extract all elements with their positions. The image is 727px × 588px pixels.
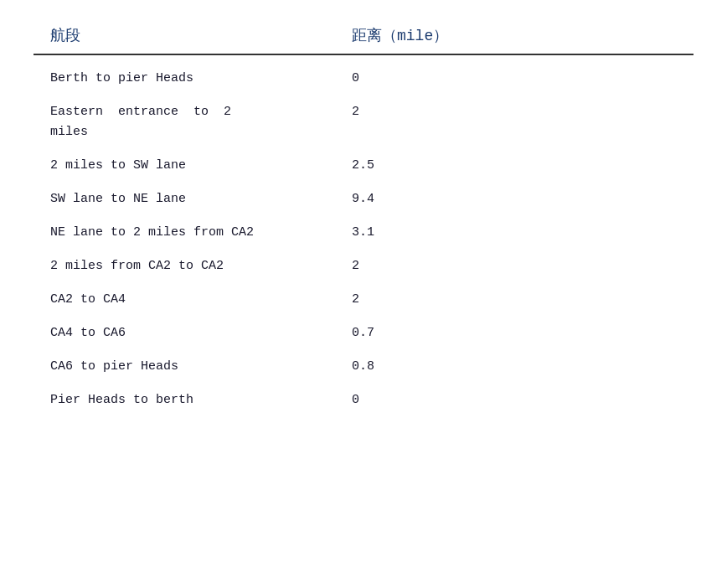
cell-segment-eastern-entrance: Eastern entrance to 2 miles [34, 102, 352, 142]
table-row: CA4 to CA60.7 [34, 315, 693, 348]
table-row: Eastern entrance to 2 miles2 [34, 94, 693, 147]
cell-segment-2miles-sw-lane: 2 miles to SW lane [34, 156, 352, 176]
distance-table: 航段 距离（mile） Berth to pier Heads0Eastern … [34, 17, 693, 415]
header-distance: 距离（mile） [352, 25, 693, 45]
cell-distance-pier-heads-berth: 0 [352, 390, 693, 410]
cell-distance-2miles-ca2-ca2: 2 [352, 256, 693, 276]
table-body: Berth to pier Heads0Eastern entrance to … [34, 60, 693, 415]
cell-segment-ca4-ca6: CA4 to CA6 [34, 323, 352, 343]
cell-distance-ca6-pier-heads: 0.8 [352, 357, 693, 377]
cell-distance-ca4-ca6: 0.7 [352, 323, 693, 343]
cell-distance-sw-ne-lane: 9.4 [352, 189, 693, 209]
table-row: 2 miles from CA2 to CA22 [34, 248, 693, 281]
table-row: 2 miles to SW lane2.5 [34, 147, 693, 181]
table-row: SW lane to NE lane9.4 [34, 181, 693, 214]
cell-segment-berth-pier-heads: Berth to pier Heads [34, 69, 352, 89]
cell-segment-ca6-pier-heads: CA6 to pier Heads [34, 357, 352, 377]
cell-segment-pier-heads-berth: Pier Heads to berth [34, 390, 352, 410]
cell-segment-ca2-ca4: CA2 to CA4 [34, 290, 352, 310]
table-row: CA6 to pier Heads0.8 [34, 348, 693, 382]
table-row: CA2 to CA42 [34, 281, 693, 315]
cell-segment-sw-ne-lane: SW lane to NE lane [34, 189, 352, 209]
cell-distance-eastern-entrance: 2 [352, 102, 693, 122]
cell-distance-ne-lane-ca2: 3.1 [352, 223, 693, 243]
cell-distance-2miles-sw-lane: 2.5 [352, 156, 693, 176]
table-row: Pier Heads to berth0 [34, 382, 693, 415]
table-row: Berth to pier Heads0 [34, 60, 693, 94]
header-segment: 航段 [34, 25, 352, 45]
cell-segment-2miles-ca2-ca2: 2 miles from CA2 to CA2 [34, 256, 352, 276]
table-row: NE lane to 2 miles from CA23.1 [34, 214, 693, 248]
cell-distance-ca2-ca4: 2 [352, 290, 693, 310]
table-header: 航段 距离（mile） [34, 25, 693, 55]
cell-distance-berth-pier-heads: 0 [352, 69, 693, 89]
cell-segment-ne-lane-ca2: NE lane to 2 miles from CA2 [34, 223, 352, 243]
